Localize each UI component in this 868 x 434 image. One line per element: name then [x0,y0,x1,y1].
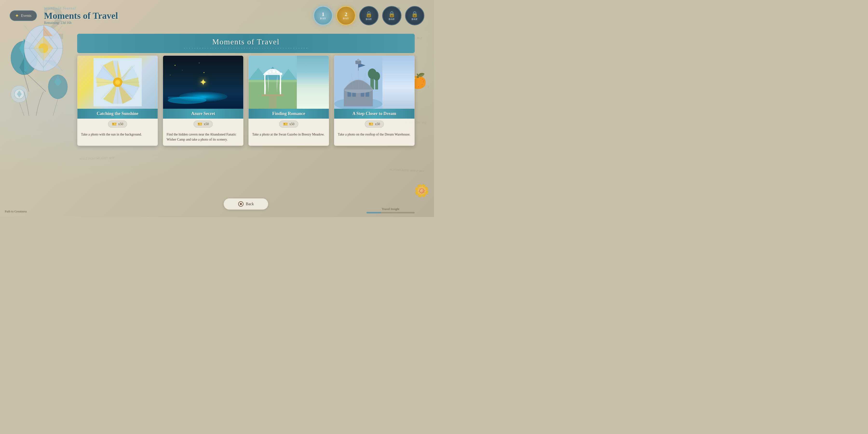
card-4-title-bar: A Step Closer to Dream [334,109,414,119]
reward-icon-3: 🎫 [283,122,288,126]
card-2: ✦ Azure Secret 🎫 x50 Find the hidden cav… [163,56,244,146]
card-4-description: Take a photo on the rooftop of the Dream… [334,129,414,141]
card-4-reward: 🎫 x50 [334,119,414,129]
card-3-description: Take a photo at the Swan Gazebo in Breez… [249,129,329,141]
card-2-reward-text: x50 [204,122,209,126]
card-2-title: Azure Secret [166,111,240,116]
svg-line-25 [53,99,58,116]
svg-rect-78 [366,92,369,97]
svg-point-50 [170,75,171,75]
svg-rect-67 [269,96,276,108]
card-1-reward-text: x50 [118,122,123,126]
lock-icon-4: 🔒 [388,11,396,18]
day-1-number: 1 [322,11,324,17]
card-4-title: A Step Closer to Dream [338,111,411,116]
watermark-5: MIZ 2 ZCAGMEAIZIU MIZ [80,156,115,160]
progress-bar-container [367,212,415,213]
star-icon: ✦ [15,13,19,19]
card-3-title-bar: Finding Romance [249,109,329,119]
back-button[interactable]: Back [223,198,269,210]
svg-line-16 [24,71,46,92]
svg-point-64 [277,71,278,73]
day-3-label: DAY [366,18,372,21]
card-4-reward-text: x50 [375,122,380,126]
svg-point-48 [182,70,183,70]
main-title: Moments of Travel [44,10,313,21]
day-tab-1[interactable]: 1 DAY [313,6,333,25]
back-label: Back [246,202,254,206]
card-2-reward: 🎫 x50 [163,119,243,129]
card-1-title-bar: Catching the Sunshine [78,109,158,119]
card-1-reward: 🎫 x50 [78,119,158,129]
flowers-decoration: 🌼 [414,184,429,198]
svg-point-49 [204,72,205,73]
bottom-bar: Back [77,198,415,210]
svg-point-65 [280,72,282,75]
card-1-title: Catching the Sunshine [81,111,154,116]
svg-rect-75 [347,92,351,97]
svg-rect-59 [264,75,266,94]
day-tab-2[interactable]: 2 DAY [336,6,355,25]
day-tab-3[interactable]: 🔒 DAY [359,6,378,25]
svg-point-61 [266,72,268,75]
card-3-reward-pill: 🎫 x50 [279,121,298,128]
day-tab-4[interactable]: 🔒 DAY [382,6,401,25]
watermark-9: ZCAGMEAIZIU MIZ 2 MIZ [390,168,424,173]
day-tab-5[interactable]: 🔒 DAY [405,6,424,25]
balloon-decoration [5,24,72,121]
reward-icon-4: 🎫 [369,122,373,126]
card-2-reward-pill: 🎫 x50 [194,121,213,128]
card-3-title: Finding Romance [252,111,325,116]
card-3-reward: 🎫 x50 [249,119,329,129]
card-1-description: Take a photo with the sun in the backgro… [78,129,158,141]
remaining-label: Remaining: 23d 16h [44,21,313,25]
gazebo-svg [249,56,297,109]
card-3-reward-text: x50 [289,122,294,126]
day-tabs: 1 DAY 2 DAY 🔒 DAY 🔒 DAY 🔒 DAY [313,6,424,25]
svg-rect-66 [262,94,283,96]
balloon-svg [5,24,72,121]
svg-point-46 [175,65,176,66]
card-2-image: ✦ [163,56,243,109]
svg-rect-60 [280,75,281,94]
reward-icon-1: 🎫 [112,122,117,126]
day-4-label: DAY [389,18,395,21]
card-4-image [334,56,414,109]
title-area: Wishfield Journal Moments of Travel Rema… [37,6,313,25]
day-1-label: DAY [320,17,326,20]
journal-label: Wishfield Journal [44,6,313,10]
lock-icon-5: 🔒 [411,11,418,18]
section-header-title: Moments of Travel [77,37,415,46]
svg-point-63 [273,70,275,72]
back-dot [240,203,242,205]
day-2-label: DAY [343,17,349,20]
progress-bar-fill [367,212,381,213]
reward-icon-2: 🎫 [197,122,202,126]
card-2-title-bar: Azure Secret [163,109,243,119]
svg-point-86 [357,59,360,61]
back-circle-icon [238,201,244,207]
left-decoration [0,0,77,217]
top-bar: ✦ Events Wishfield Journal Moments of Tr… [0,0,434,31]
sunshine-graphic [94,58,142,106]
crystal-icon: ✦ [199,77,207,88]
svg-point-72 [373,72,380,81]
section-header-dots: • • • • • • • • • • • • • • • • • • • • … [77,47,415,50]
card-1: Catching the Sunshine 🎫 x50 Take a photo… [77,56,158,146]
svg-line-22 [19,102,24,116]
card-4: A Step Closer to Dream 🎫 x50 Take a phot… [334,56,415,146]
svg-point-45 [115,80,120,85]
day-2-number: 2 [345,11,347,17]
dome-svg [334,56,382,109]
svg-point-62 [269,71,271,73]
events-label: Events [21,13,32,18]
card-2-description: Find the hidden cavern near the Abandone… [163,129,243,146]
svg-point-47 [199,63,199,63]
card-3: Finding Romance 🎫 x50 Take a photo at th… [248,56,329,146]
card-1-reward-pill: 🎫 x50 [108,121,127,128]
events-button[interactable]: ✦ Events [10,10,37,21]
card-3-image [249,56,329,109]
svg-rect-52 [168,97,207,99]
section-header: Moments of Travel • • • • • • • • • • • … [77,34,415,53]
card-1-image [78,56,158,109]
